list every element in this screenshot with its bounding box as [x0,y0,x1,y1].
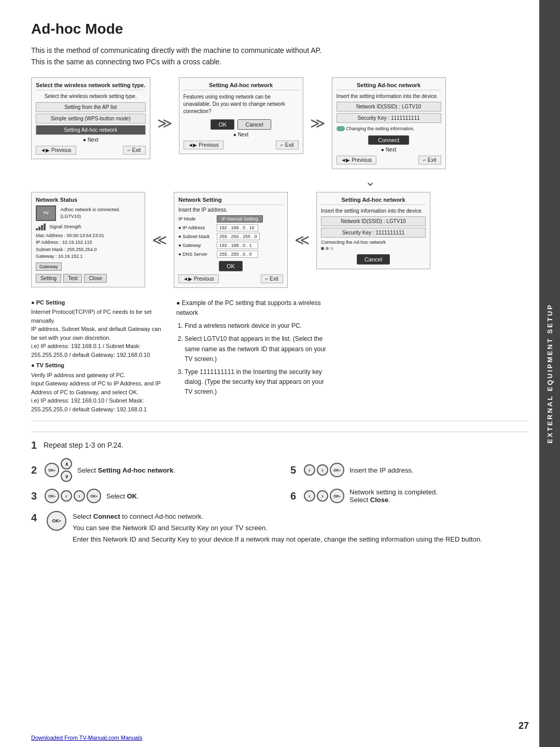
screen-adhoc-confirm: Setting Ad-hoc network Features using ex… [179,77,303,154]
diagram-area: Select the wireless network setting type… [31,77,529,288]
remote-mockup-3: OK● ‹ › OK● [45,489,101,503]
step-5: 5 ‹ › OK● Insert the IP address. [290,458,529,482]
step-4: 4 OK● Select Connect to connect Ad-hoc n… [31,511,529,545]
vertical-sidebar: EXTERNAL EQUIPMENT SETUP [539,0,560,747]
step-1: 1 Repeat step 1-3 on P.24. [31,439,529,451]
sidebar-label: EXTERNAL EQUIPMENT SETUP [546,303,554,444]
close-btn[interactable]: Close [84,274,107,283]
screen-adhoc-insert: Setting Ad-hoc network Insert the settin… [332,77,446,169]
remote-mockup-6: ‹ › OK● [304,489,344,503]
page-title: Ad-hoc Mode [31,21,529,37]
step-3: 3 OK● ‹ › OK● Select OK. [31,488,270,504]
signal-bar [36,224,46,230]
step-2: 2 OK● ∧ ∨ Select Setting Ad-hoc network. [31,458,270,482]
intro-text: This is the method of communicating dire… [31,45,529,68]
remote-mockup-5: ‹ › OK● [304,463,344,477]
steps-section: 1 Repeat step 1-3 on P.24. 2 OK● ∧ ∨ Sel… [31,432,529,545]
steps-2-5-row: 2 OK● ∧ ∨ Select Setting Ad-hoc network.… [31,458,529,482]
pc-setting-section: ● PC Setting Internet Protocol(TCP/IP) o… [31,298,529,414]
tv-icon: TV [36,205,56,221]
steps-3-6-row: 3 OK● ‹ › OK● Select OK. 6 ‹ › OK● Netwo… [31,488,529,504]
arrow-down-1: ⌄ [313,174,427,189]
screen-adhoc-connecting: Setting Ad-hoc network Insert the settin… [316,192,430,269]
page-number: 27 [519,721,529,731]
network-status-box: Network Status TV Adhoc network is conne… [31,192,145,287]
gateway-box: Gateway [36,262,62,271]
setting-btn[interactable]: Setting [36,274,61,283]
arrow-left-1: ≪ [149,231,170,248]
screen-wireless-setting: Select the wireless network setting type… [31,77,150,159]
footer-link[interactable]: Downloaded From TV-Manual.com Manuals [31,735,142,741]
remote-mockup-2: OK● ∧ ∨ [45,458,72,482]
remote-mockup-4: OK● [47,511,66,531]
right-col-steps: ● Example of the PC setting that support… [176,298,332,414]
arrow-right-2: ≫ [307,115,328,132]
step-6: 6 ‹ › OK● Network setting is completed. … [290,488,529,504]
arrow-left-2: ≪ [292,231,312,248]
arrow-right-1: ≫ [155,115,175,132]
test-btn[interactable]: Test [63,274,82,283]
network-setting-box: Network Setting Insert the IP address. I… [174,192,288,288]
